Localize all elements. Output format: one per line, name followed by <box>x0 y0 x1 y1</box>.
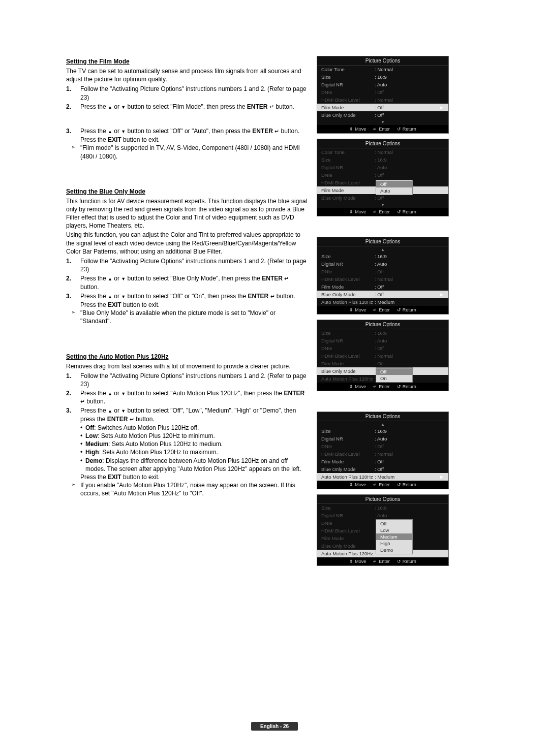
instructions-column: Setting the Film Mode The TV can be set … <box>66 56 308 571</box>
list-item: 3. Press the or button to select "Off" o… <box>66 292 308 301</box>
bullet-item: Medium: Sets Auto Motion Plus 120Hz to m… <box>66 440 308 448</box>
popup-item[interactable]: Medium <box>376 533 412 540</box>
down-icon <box>121 103 126 110</box>
osd-title: Picture Options <box>317 320 448 329</box>
osd-row-selected[interactable]: Blue Only Mode: Off► <box>317 291 448 298</box>
list-item: 1.Follow the "Activating Picture Options… <box>66 257 308 274</box>
osd-popup[interactable]: Off On <box>376 367 413 383</box>
bullet-item: Low: Sets Auto Motion Plus 120Hz to mini… <box>66 432 308 440</box>
up-icon <box>108 103 112 110</box>
osd-title: Picture Options <box>317 56 448 66</box>
osd-popup[interactable]: Off Auto <box>376 180 413 195</box>
osd-footer: MoveEnterReturn <box>317 557 448 565</box>
bullet-item: Off: Switches Auto Motion Plus 120Hz off… <box>66 424 308 432</box>
osd-footer: MoveEnterReturn <box>317 383 448 391</box>
osd-popup[interactable]: Off Low Medium High Demo <box>376 519 413 554</box>
list-item: 1.Follow the "Activating Picture Options… <box>66 84 308 102</box>
list-item: 3. Press the or button to select "Off", … <box>66 406 308 423</box>
osd-panel: Picture Options Size: 16:9 Digital NR: A… <box>317 494 449 566</box>
list-item: 2. Press the or button to select "Film M… <box>66 102 308 111</box>
popup-item[interactable]: Off <box>376 520 412 527</box>
up-icon <box>108 407 112 414</box>
down-icon <box>121 293 126 300</box>
enter-icon <box>270 293 275 300</box>
body-text: Removes drag from fast scenes with a lot… <box>66 362 308 370</box>
body-text: Press the EXIT button to exit. <box>66 301 308 309</box>
down-icon <box>121 128 126 135</box>
osd-footer: MoveEnterReturn <box>317 306 448 314</box>
popup-item[interactable]: Low <box>376 527 412 533</box>
list-item: 1.Follow the "Activating Picture Options… <box>66 371 308 389</box>
enter-icon <box>80 398 85 405</box>
osd-panel: Picture Options ▲ Size: 16:9 Digital NR:… <box>317 412 449 489</box>
osd-panel: Picture Options Color Tone: Normal Size:… <box>317 139 449 216</box>
enter-icon <box>284 275 289 282</box>
list-item: 2. Press the or button to select "Blue O… <box>66 274 308 291</box>
osd-title: Picture Options <box>317 237 448 246</box>
down-icon <box>121 275 126 282</box>
note-text: "Film mode" is supported in TV, AV, S-Vi… <box>66 144 308 160</box>
popup-item[interactable]: Auto <box>376 187 412 194</box>
note-text: "Blue Only Mode" is available when the p… <box>66 309 308 325</box>
popup-item[interactable]: Off <box>376 181 412 187</box>
section-title-film: Setting the Film Mode <box>66 58 308 65</box>
osd-title: Picture Options <box>317 139 448 148</box>
enter-icon <box>274 128 279 135</box>
osd-title: Picture Options <box>317 495 448 504</box>
down-icon <box>121 390 126 397</box>
chevron-right-icon: ► <box>439 474 444 480</box>
section-title-amp: Setting the Auto Motion Plus 120Hz <box>66 353 308 360</box>
bullet-item: Demo: Displays the difference between Au… <box>66 457 308 473</box>
enter-icon <box>130 416 134 423</box>
list-item: 2. Press the or button to select "Auto M… <box>66 389 308 406</box>
down-icon <box>121 407 126 414</box>
popup-item[interactable]: Off <box>376 368 412 375</box>
chevron-right-icon: ► <box>439 292 444 297</box>
scroll-down-icon[interactable]: ▼ <box>317 119 448 125</box>
list-item: 3. Press the or button to select "Off" o… <box>66 127 308 136</box>
osd-title: Picture Options <box>317 412 448 421</box>
body-text: Using this function, you can adjust the … <box>66 231 308 256</box>
scroll-up-icon[interactable]: ▲ <box>317 421 448 427</box>
section-title-blue: Setting the Blue Only Mode <box>66 188 308 195</box>
body-text: The TV can be set to automatically sense… <box>66 67 308 83</box>
osd-row-selected[interactable]: Film Mode: Off► <box>317 104 448 111</box>
osd-column: Picture Options Color Tone: Normal Size:… <box>317 56 449 571</box>
osd-row-selected[interactable]: Auto Motion Plus 120Hz: Medium► <box>317 473 448 481</box>
up-icon <box>108 293 112 300</box>
bullet-item: High: Sets Auto Motion Plus 120Hz to max… <box>66 448 308 456</box>
page-footer: English - 26 <box>0 722 549 731</box>
body-text: This function is for AV device measureme… <box>66 197 308 230</box>
scroll-up-icon[interactable]: ▲ <box>317 246 448 253</box>
scroll-down-icon[interactable]: ▼ <box>317 202 448 208</box>
page-number: English - 26 <box>251 722 298 731</box>
osd-footer: MoveEnterReturn <box>317 208 448 216</box>
up-icon <box>108 275 112 282</box>
osd-footer: MoveEnterReturn <box>317 481 448 489</box>
body-text: Press the EXIT button to exit. <box>66 473 308 481</box>
up-icon <box>108 128 112 135</box>
enter-icon <box>269 103 274 110</box>
note-text: If you enable "Auto Motion Plus 120Hz", … <box>66 481 308 497</box>
body-text: Press the EXIT button to exit. <box>66 136 308 144</box>
popup-item[interactable]: Demo <box>376 547 412 553</box>
popup-item[interactable]: High <box>376 540 412 547</box>
up-icon <box>108 390 112 397</box>
osd-panel: Picture Options Color Tone: Normal Size:… <box>317 56 449 134</box>
osd-footer: MoveEnterReturn <box>317 125 448 133</box>
osd-panel: Picture Options ▲ Size: 16:9 Digital NR:… <box>317 237 449 314</box>
popup-item[interactable]: On <box>376 375 412 382</box>
chevron-right-icon: ► <box>439 105 444 110</box>
osd-panel: Picture Options Size: 16:9 Digital NR: A… <box>317 320 449 391</box>
